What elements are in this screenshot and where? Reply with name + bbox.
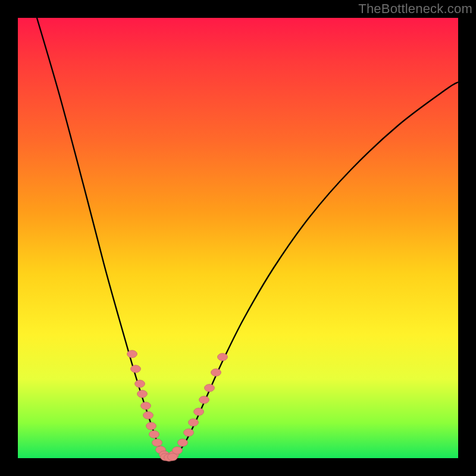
data-marker xyxy=(168,453,178,461)
curve-left-branch xyxy=(37,18,170,458)
data-marker xyxy=(173,447,183,454)
data-marker xyxy=(189,419,199,426)
data-marker xyxy=(211,369,221,376)
data-marker xyxy=(199,396,209,403)
data-marker xyxy=(143,412,154,419)
chart-frame: TheBottleneck.com xyxy=(0,0,476,476)
markers-left-group xyxy=(127,350,170,458)
watermark-text: TheBottleneck.com xyxy=(358,1,472,17)
curve-right-branch xyxy=(170,82,458,458)
chart-svg xyxy=(18,18,458,458)
markers-bottom-group xyxy=(161,453,178,461)
data-marker xyxy=(152,439,162,446)
data-marker xyxy=(178,439,188,446)
data-marker xyxy=(135,380,145,387)
data-marker xyxy=(137,390,148,397)
data-marker xyxy=(149,431,159,438)
data-marker xyxy=(205,384,215,392)
data-marker xyxy=(131,365,141,372)
data-marker xyxy=(194,408,204,415)
data-marker xyxy=(218,353,228,361)
data-marker xyxy=(184,429,194,436)
plot-area xyxy=(18,18,458,458)
data-marker xyxy=(127,350,137,358)
data-marker xyxy=(146,422,156,430)
data-marker xyxy=(141,402,151,409)
